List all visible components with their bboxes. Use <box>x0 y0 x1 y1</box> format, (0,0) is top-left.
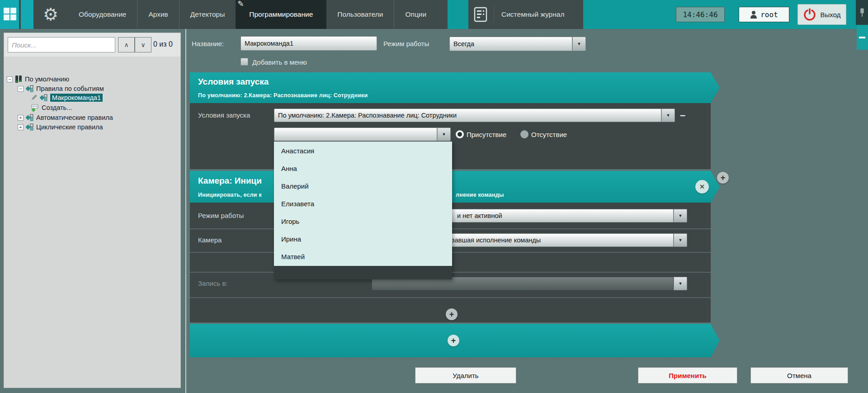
tab-equipment[interactable]: Оборудование <box>68 0 137 29</box>
panel-splitter[interactable] <box>185 29 186 393</box>
server-icon <box>15 75 23 83</box>
chevron-down-icon[interactable]: ▼ <box>674 233 687 247</box>
chevron-down-icon[interactable]: ▼ <box>437 128 451 141</box>
rule-node-icon <box>26 85 34 92</box>
section-title: Условия запуска <box>198 77 269 87</box>
pin-icon <box>859 8 865 18</box>
mode-value: Всегда <box>449 37 572 51</box>
dropdown-option[interactable]: Игорь <box>281 218 299 225</box>
add-rule-button[interactable]: + <box>448 335 459 346</box>
tab-options[interactable]: Опции <box>394 0 437 29</box>
tab-programming-label: Программирование <box>249 10 313 19</box>
search-input[interactable] <box>8 37 115 52</box>
tab-archive[interactable]: Архив <box>137 0 179 29</box>
minus-icon <box>859 37 865 38</box>
remove-condition-button[interactable]: – <box>680 110 685 120</box>
person-combobox-open[interactable]: ▼ <box>274 128 451 141</box>
row-label-mode: Режим работы <box>198 212 244 219</box>
tab-users[interactable]: Пользователи <box>326 0 394 29</box>
tree-item-label: Циклические правила <box>36 123 103 131</box>
dropdown-option[interactable]: Ирина <box>281 235 301 243</box>
pin-button[interactable] <box>856 0 868 25</box>
add-section-button[interactable]: + <box>717 172 729 184</box>
tree-item-create[interactable]: Создать... <box>30 103 72 112</box>
chevron-down-icon[interactable]: ▼ <box>661 109 675 122</box>
logout-button[interactable]: Выход <box>797 4 846 25</box>
tree-item-label: Автоматические правила <box>36 114 113 121</box>
add-to-menu-label: Добавить в меню <box>252 58 307 66</box>
chevron-down-icon[interactable]: ▼ <box>572 37 586 51</box>
collapse-toggle-icon[interactable]: − <box>18 86 24 92</box>
condition-combobox[interactable]: По умолчанию: 2.Камера: Распознавание ли… <box>274 109 675 122</box>
user-icon <box>750 10 757 19</box>
power-icon <box>803 8 816 21</box>
row-label-camera: Камера <box>198 236 222 244</box>
presence-radio[interactable] <box>456 130 464 138</box>
logo-accent-strip <box>21 0 33 29</box>
chevron-down-icon: ▼ <box>674 277 687 290</box>
settings-gear-icon[interactable]: ⚙ <box>38 4 63 25</box>
person-dropdown-list: Анастасия Анна Валерий Елизавета Игорь И… <box>274 142 452 279</box>
tree-item-default[interactable]: − По умолчанию <box>7 75 69 84</box>
user-name: root <box>760 10 778 19</box>
pencil-icon: ✎ <box>237 0 244 9</box>
row-label-record: Запись в: <box>198 279 228 287</box>
rule-node-icon <box>40 94 48 101</box>
dropdown-footer <box>274 266 452 279</box>
tree-item-label: Правила по событиям <box>36 85 104 92</box>
divider <box>494 6 494 23</box>
section-subtitle-left: Инициировать, если к <box>198 192 262 198</box>
dropdown-option[interactable]: Валерий <box>281 182 309 190</box>
presence-label: Присутствие <box>467 131 506 138</box>
divider <box>190 297 711 298</box>
tab-programming[interactable]: ✎ Программирование <box>236 0 326 29</box>
app-logo[interactable] <box>0 0 19 29</box>
tree-item-cyclic-rules[interactable]: + Циклические правила <box>18 123 103 132</box>
absence-radio[interactable] <box>520 130 528 138</box>
camera-action-banner: Камера: Иници Инициировать, если к лнени… <box>190 171 720 203</box>
search-prev-button[interactable]: ∧ <box>118 37 135 52</box>
journal-icon <box>474 7 487 22</box>
current-user-button[interactable]: root <box>739 7 789 22</box>
add-action-button[interactable]: + <box>446 308 458 320</box>
tree-item-event-rules[interactable]: − Правила по событиям <box>18 84 104 93</box>
create-icon <box>30 104 39 112</box>
cancel-button[interactable]: Отмена <box>750 367 848 384</box>
add-to-menu-checkbox[interactable] <box>241 58 248 66</box>
delete-button[interactable]: Удалить <box>415 367 516 384</box>
grid-icon <box>4 8 16 20</box>
pencil-icon <box>30 94 38 101</box>
mode-combobox[interactable]: Всегда ▼ <box>449 37 586 51</box>
rule-node-icon <box>26 123 34 131</box>
tab-detectors[interactable]: Детекторы <box>179 0 236 29</box>
expand-toggle-icon[interactable]: + <box>18 124 24 130</box>
dropdown-option[interactable]: Матвей <box>281 253 305 260</box>
dropdown-option[interactable]: Анна <box>281 165 297 172</box>
tree-item-macro1[interactable]: Макрокоманда1 <box>30 93 103 102</box>
condition-value: По умолчанию: 2.Камера: Распознавание ли… <box>274 109 661 122</box>
clock: 14:46:46 <box>676 7 725 22</box>
macro-tree-panel: ∧ ∨ 0 из 0 − По умолчанию − Правила по с… <box>4 33 181 388</box>
add-rule-banner: + <box>190 324 720 357</box>
section-subtitle-right: лнение команды <box>456 192 504 198</box>
apply-button[interactable]: Применить <box>638 367 737 384</box>
expand-toggle-icon[interactable]: + <box>18 115 24 121</box>
dropdown-option[interactable]: Анастасия <box>281 147 314 155</box>
search-next-button[interactable]: ∨ <box>135 37 151 52</box>
top-bar: ⚙ Оборудование Архив Детекторы ✎ Програм… <box>0 0 868 29</box>
teal-separator <box>448 0 468 29</box>
chevron-down-icon[interactable]: ▼ <box>674 209 687 223</box>
launch-conditions-banner: Условия запуска По умолчанию: 2.Камера: … <box>190 72 720 103</box>
mode-label: Режим работы <box>383 40 429 47</box>
logout-label: Выход <box>821 11 841 19</box>
collapse-toggle-icon[interactable]: − <box>7 76 13 82</box>
main-tabs: Оборудование Архив Детекторы ✎ Программи… <box>68 0 437 29</box>
system-log-button[interactable]: Системный журнал <box>468 0 583 29</box>
close-section-button[interactable]: ✕ <box>695 180 709 194</box>
person-combobox-value <box>274 128 437 141</box>
absence-label: Отсутствие <box>531 131 567 138</box>
macro-name-input[interactable] <box>241 36 377 51</box>
tree-item-auto-rules[interactable]: + Автоматические правила <box>18 113 113 122</box>
collapse-button[interactable] <box>857 25 868 50</box>
dropdown-option[interactable]: Елизавета <box>281 200 314 208</box>
